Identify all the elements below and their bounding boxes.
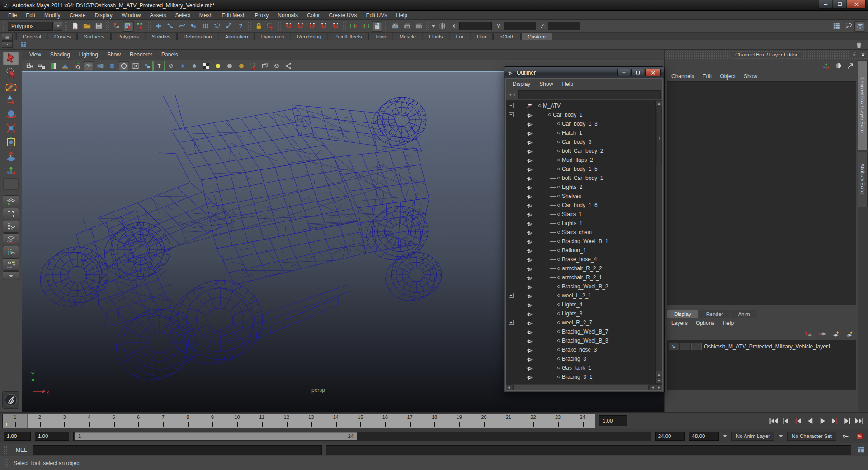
shelf-tab-deformation[interactable]: Deformation (177, 33, 218, 40)
outliner-row[interactable]: Lights_1 (506, 219, 655, 228)
pan-zoom-button[interactable] (71, 61, 82, 71)
default-material-button[interactable] (224, 61, 235, 71)
outliner-node-label[interactable]: Hatch_1 (562, 130, 582, 136)
step-back-key-button[interactable] (780, 415, 792, 426)
menu-edit-mesh[interactable]: Edit Mesh (217, 11, 250, 19)
frame-15[interactable]: 15 (348, 414, 373, 428)
outliner-row[interactable]: bolt_Car_body_2 (506, 146, 655, 155)
play-forwards-button[interactable] (816, 415, 828, 426)
float-panel-button[interactable] (850, 51, 858, 58)
poly-sphere-shelf-item[interactable] (18, 39, 29, 50)
scroll-up-icon[interactable]: ▲ (656, 371, 662, 377)
outliner-row[interactable]: +weel_L_2_1 (506, 291, 655, 300)
channel-box-menu-channels[interactable]: Channels (667, 72, 698, 80)
outliner-row[interactable]: Car_body_1_6 (506, 201, 655, 210)
textured-button[interactable] (200, 61, 212, 71)
coord-input-y-[interactable] (504, 22, 536, 30)
show-manipulator-tool[interactable] (3, 163, 19, 177)
hypershade-persp-layout[interactable] (3, 246, 19, 258)
current-time-field[interactable]: 1.00 (599, 415, 627, 426)
outliner-row[interactable]: +weel_R_2_7 (506, 318, 655, 327)
wireframe-button[interactable] (165, 61, 176, 71)
shelf-tab-muscle[interactable]: Muscle (393, 33, 422, 40)
four-pane-layout[interactable] (3, 208, 19, 220)
outliner-row[interactable]: Gas_tank_1 (506, 363, 655, 372)
field-chart-button[interactable] (130, 61, 141, 71)
layout-dropdown[interactable] (3, 271, 19, 280)
single-pane-layout[interactable] (3, 195, 19, 207)
outliner-row[interactable]: Bracing_3 (506, 354, 655, 363)
select-camera-button[interactable] (24, 61, 35, 71)
outliner-node-label[interactable]: Bracing_Weel_B_7 (562, 329, 609, 335)
selection-target-button[interactable] (437, 21, 448, 32)
safe-action-button[interactable] (142, 61, 153, 71)
outliner-node-label[interactable]: Mud_flaps_2 (562, 157, 593, 163)
group-separator[interactable] (343, 21, 346, 31)
outliner-row[interactable]: Bracing_Weel_B_7 (506, 327, 655, 336)
menu-color[interactable]: Color (302, 11, 325, 19)
outliner-menu-help[interactable]: Help (557, 80, 578, 88)
grid-button[interactable] (83, 61, 94, 71)
ipr-render-button[interactable]: IPR (401, 21, 412, 32)
layer-menu-options[interactable]: Options (692, 319, 718, 327)
outliner-row[interactable]: Brake_hose_4 (506, 255, 655, 264)
layer-editor-tab-render[interactable]: Render (699, 310, 731, 318)
outliner-node-label[interactable]: Bracing_Weel_B_3 (562, 338, 609, 344)
outliner-row[interactable]: Stairs_chain (506, 228, 655, 237)
close-button[interactable] (847, 0, 866, 9)
outliner-node-label[interactable]: Car_body_1_6 (562, 202, 598, 208)
outliner-node-label[interactable]: Bracing_3_1 (562, 374, 592, 380)
mask-dynamics-button[interactable] (212, 21, 222, 32)
step-forward-key-button[interactable] (841, 415, 853, 426)
open-scene-button[interactable] (81, 21, 92, 32)
outliner-row[interactable]: Brake_hose_3 (506, 345, 655, 354)
frame-16[interactable]: 16 (373, 414, 398, 428)
outliner-row[interactable]: Lights_3 (506, 309, 655, 318)
shelf-tab-ncloth[interactable]: nCloth (493, 33, 521, 40)
frame-14[interactable]: 14 (324, 414, 349, 428)
outliner-node-label[interactable]: Bracing_Weel_B_2 (562, 283, 609, 290)
frame-21[interactable]: 21 (496, 414, 521, 428)
select-hierarchy-button[interactable] (111, 21, 122, 32)
outliner-node-label[interactable]: Brake_hose_4 (562, 256, 597, 263)
outliner-node-label[interactable]: Car_body_1_3 (562, 121, 598, 127)
film-gate-button[interactable] (94, 61, 106, 71)
frame-20[interactable]: 20 (472, 414, 496, 428)
image-plane-button[interactable] (59, 61, 71, 71)
camera-attributes-button[interactable] (36, 61, 47, 71)
flat-shade-button[interactable] (189, 61, 200, 71)
channel-box-menu-object[interactable]: Object (716, 72, 740, 80)
outliner-close-button[interactable] (645, 69, 661, 76)
scroll-down-icon[interactable]: ▼ (656, 377, 662, 384)
menu-create[interactable]: Create (65, 11, 90, 19)
mask-handles-button[interactable] (153, 21, 164, 32)
snap-curve-button[interactable] (295, 21, 306, 32)
group-separator[interactable] (278, 21, 281, 31)
playback-end-field[interactable]: 24.00 (655, 432, 685, 441)
output-connections-button[interactable] (360, 21, 371, 32)
outliner-row[interactable]: Car_body_3 (506, 137, 655, 146)
outliner-node-label[interactable]: Stairs_chain (562, 229, 592, 235)
shelf-tab-dynamics[interactable]: Dynamics (255, 33, 290, 40)
mask-rendering-button[interactable] (223, 21, 234, 32)
outliner-row[interactable]: armchair_R_2_1 (506, 273, 655, 282)
outliner-node-label[interactable]: weel_R_2_7 (562, 320, 592, 326)
outliner-row[interactable]: Car_body_1_3 (506, 119, 655, 128)
shelf-tab-custom[interactable]: Custom (521, 33, 552, 40)
outliner-row[interactable]: Mud_flaps_2 (506, 155, 655, 164)
outliner-node-label[interactable]: Lights_3 (562, 310, 582, 317)
shelf-tab-surfaces[interactable]: Surfaces (77, 33, 110, 40)
safe-title-button[interactable]: T (153, 61, 165, 71)
menu-file[interactable]: File (4, 11, 21, 19)
panel-menu-renderer[interactable]: Renderer (125, 51, 157, 59)
drag-handle[interactable] (5, 458, 8, 468)
layer-row[interactable]: VOshkosh_M_ATV_Protected_Military_Vehicl… (667, 342, 856, 351)
frame-ruler[interactable]: 1123456789101112131415161718192021222324 (2, 414, 595, 428)
outliner-node-label[interactable]: weel_L_2_1 (562, 292, 591, 299)
outliner-titlebar[interactable]: Outliner (504, 67, 664, 78)
move-tool[interactable] (3, 93, 19, 107)
outliner-node-label[interactable]: Car_body_1_5 (562, 166, 598, 172)
outliner-node-label[interactable]: bolt_Car_body_2 (562, 148, 603, 154)
character-set-dropdown[interactable]: No Character Set (787, 432, 836, 441)
outliner-node-label[interactable]: Shelves (562, 193, 581, 199)
